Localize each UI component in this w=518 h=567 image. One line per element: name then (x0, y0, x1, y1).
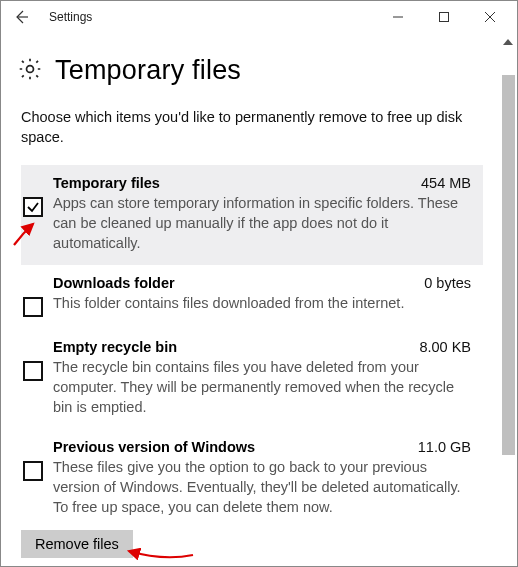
item-head: Previous version of Windows11.0 GB (53, 439, 471, 455)
scroll-up-arrow[interactable] (501, 35, 515, 49)
remove-files-button[interactable]: Remove files (21, 530, 133, 558)
titlebar: Settings (1, 1, 517, 33)
checkbox[interactable] (23, 297, 43, 317)
item-body: Downloads folder0 bytesThis folder conta… (53, 275, 471, 317)
item-size: 0 bytes (424, 275, 471, 291)
list-item[interactable]: Empty recycle bin8.00 KBThe recycle bin … (21, 329, 483, 429)
item-desc: This folder contains files downloaded fr… (53, 293, 471, 313)
item-title: Empty recycle bin (53, 339, 177, 355)
item-body: Empty recycle bin8.00 KBThe recycle bin … (53, 339, 471, 417)
page-title: Temporary files (55, 55, 241, 86)
scrollbar[interactable] (501, 35, 515, 564)
item-desc: These files give you the option to go ba… (53, 457, 471, 517)
item-head: Empty recycle bin8.00 KB (53, 339, 471, 355)
close-button[interactable] (467, 1, 513, 33)
svg-point-4 (27, 65, 34, 72)
checkbox[interactable] (23, 361, 43, 381)
item-desc: The recycle bin contains files you have … (53, 357, 471, 417)
maximize-button[interactable] (421, 1, 467, 33)
svg-rect-1 (440, 13, 449, 22)
item-body: Temporary files454 MBApps can store temp… (53, 175, 471, 253)
checkbox[interactable] (23, 197, 43, 217)
item-size: 11.0 GB (418, 439, 471, 455)
checkbox[interactable] (23, 461, 43, 481)
item-title: Temporary files (53, 175, 160, 191)
gear-icon (17, 56, 43, 86)
window-controls (375, 1, 513, 33)
item-size: 8.00 KB (419, 339, 471, 355)
list-item[interactable]: Downloads folder0 bytesThis folder conta… (21, 265, 483, 329)
item-head: Downloads folder0 bytes (53, 275, 471, 291)
page-intro: Choose which items you'd like to permane… (21, 108, 481, 147)
item-body: Previous version of Windows11.0 GBThese … (53, 439, 471, 517)
item-title: Previous version of Windows (53, 439, 255, 455)
page-header: Temporary files (17, 55, 497, 86)
back-button[interactable] (5, 1, 37, 33)
item-head: Temporary files454 MB (53, 175, 471, 191)
item-title: Downloads folder (53, 275, 175, 291)
list-item[interactable]: Previous version of Windows11.0 GBThese … (21, 429, 483, 529)
list-item[interactable]: Temporary files454 MBApps can store temp… (21, 165, 483, 265)
item-size: 454 MB (421, 175, 471, 191)
minimize-button[interactable] (375, 1, 421, 33)
window-title: Settings (49, 10, 92, 24)
item-desc: Apps can store temporary information in … (53, 193, 471, 253)
items-list: Temporary files454 MBApps can store temp… (21, 165, 483, 529)
scroll-thumb[interactable] (502, 75, 515, 455)
